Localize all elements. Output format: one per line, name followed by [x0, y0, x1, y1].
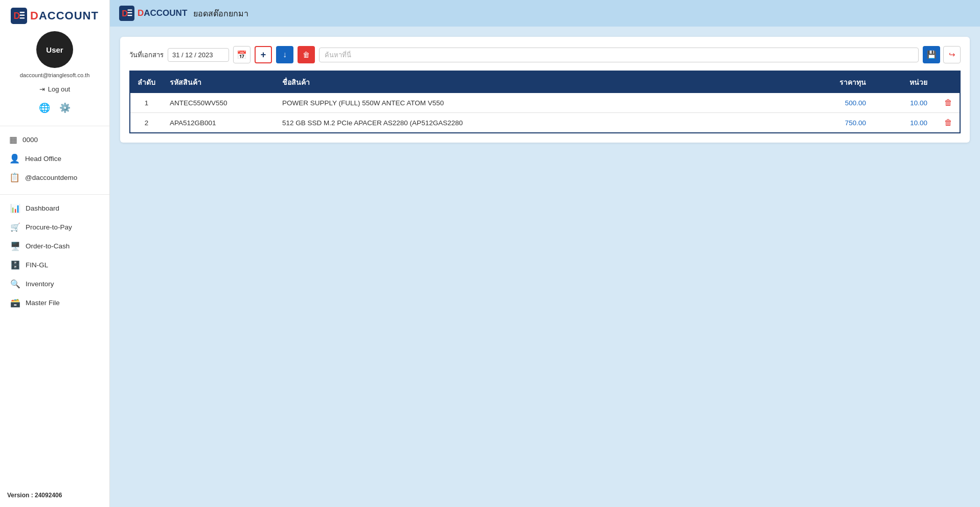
head-office-item: 👤 Head Office	[7, 149, 102, 168]
sidebar-item-fingl[interactable]: 🗄️ FIN-GL	[7, 256, 102, 274]
user-circle-icon: 👤	[9, 153, 20, 164]
cell-action: 🗑	[935, 93, 960, 113]
dashboard-icon: 📊	[10, 203, 20, 213]
order-icon: 🖥️	[10, 241, 20, 251]
cell-unit: 10.00	[873, 113, 935, 133]
inventory-icon: 🔍	[10, 279, 20, 289]
calendar-icon: 📅	[237, 50, 247, 60]
sidebar-item-dashboard[interactable]: 📊 Dashboard	[7, 199, 102, 218]
topbar-logo-text: DACCOUNT	[138, 8, 187, 18]
table-row: 2 APA512GB001 512 GB SSD M.2 PCIe APACER…	[130, 113, 960, 133]
table-body: 1 ANTEC550WV550 POWER SUPPLY (FULL) 550W…	[130, 93, 960, 133]
sidebar-logo-text: DACCOUNT	[30, 9, 99, 22]
cell-code: ANTEC550WV550	[163, 93, 275, 113]
trash-icon: 🗑	[303, 51, 310, 59]
sidebar: D DACCOUNT User daccount@trianglesoft.co…	[0, 0, 110, 507]
data-table: ลำดับ รหัสสินค้า ชื่อสินค้า ราคาทุน หน่ว…	[129, 71, 961, 133]
sidebar-item-order-label: Order-to-Cash	[26, 242, 70, 250]
cell-unit: 10.00	[873, 93, 935, 113]
calendar-button[interactable]: 📅	[233, 46, 250, 63]
svg-rect-4	[20, 17, 25, 18]
save-button[interactable]: 💾	[923, 46, 940, 63]
layout-icon: ▦	[9, 134, 17, 145]
cell-index: 2	[130, 113, 163, 133]
cell-index: 1	[130, 93, 163, 113]
document-icon: 📋	[9, 172, 20, 183]
version-label: Version : 24092406	[0, 487, 109, 507]
sidebar-logo-icon: D	[11, 8, 27, 24]
delete-row-button[interactable]: 🗑	[944, 98, 952, 107]
col-name: ชื่อสินค้า	[275, 71, 781, 93]
cell-name: POWER SUPPLY (FULL) 550W ANTEC ATOM V550	[275, 93, 781, 113]
account-demo-item: 📋 @daccountdemo	[7, 168, 102, 187]
logout-button[interactable]: ⇥ Log out	[34, 83, 75, 95]
svg-rect-7	[128, 10, 132, 11]
search-input[interactable]	[319, 48, 919, 62]
export-icon: ↪	[949, 50, 955, 59]
main-content: D DACCOUNT ยอดสต๊อกยกมา วันที่เอกสาร 📅 +	[110, 0, 980, 507]
main-card: วันที่เอกสาร 📅 + ↓ 🗑 💾	[120, 37, 970, 143]
avatar: User	[36, 31, 73, 68]
download-button[interactable]: ↓	[276, 46, 293, 63]
svg-rect-9	[128, 15, 132, 16]
svg-rect-2	[20, 12, 25, 13]
sidebar-item-inventory[interactable]: 🔍 Inventory	[7, 274, 102, 293]
logout-icon: ⇥	[39, 85, 45, 93]
delete-button[interactable]: 🗑	[298, 46, 315, 63]
topbar-logo: D DACCOUNT	[119, 6, 187, 21]
topbar-logo-icon: D	[119, 6, 134, 21]
divider-2	[0, 194, 109, 195]
sidebar-info-block: ▦ 0000 👤 Head Office 📋 @daccountdemo	[0, 130, 109, 187]
logout-label: Log out	[48, 85, 70, 93]
head-office-label: Head Office	[25, 155, 61, 163]
page-title: ยอดสต๊อกยกมา	[193, 7, 248, 20]
svg-rect-8	[128, 12, 132, 13]
sidebar-nav: 📊 Dashboard 🛒 Procure-to-Pay 🖥️ Order-to…	[0, 199, 109, 312]
divider-1	[0, 126, 109, 126]
cell-price: 750.00	[781, 113, 873, 133]
svg-text:D: D	[14, 11, 20, 21]
date-label: วันที่เอกสาร	[129, 50, 164, 60]
add-button[interactable]: +	[255, 46, 272, 63]
user-email: daccount@trianglesoft.co.th	[16, 72, 94, 78]
download-icon: ↓	[283, 50, 287, 59]
col-price: ราคาทุน	[781, 71, 873, 93]
sidebar-item-masterfile-label: Master File	[26, 299, 60, 307]
globe-button[interactable]: 🌐	[39, 102, 50, 113]
fingl-icon: 🗄️	[10, 260, 20, 270]
cell-action: 🗑	[935, 113, 960, 133]
table-header: ลำดับ รหัสสินค้า ชื่อสินค้า ราคาทุน หน่ว…	[130, 71, 960, 93]
sidebar-item-fingl-label: FIN-GL	[26, 261, 48, 269]
account-demo-label: @daccountdemo	[25, 174, 77, 181]
sidebar-item-procure-label: Procure-to-Pay	[26, 223, 72, 231]
sidebar-item-order[interactable]: 🖥️ Order-to-Cash	[7, 237, 102, 256]
col-action	[935, 71, 960, 93]
cell-price: 500.00	[781, 93, 873, 113]
sidebar-item-masterfile[interactable]: 🗃️ Master File	[7, 293, 102, 312]
settings-button[interactable]: ⚙️	[59, 102, 71, 113]
sidebar-item-dashboard-label: Dashboard	[26, 204, 59, 212]
sidebar-item-inventory-label: Inventory	[26, 280, 54, 288]
table-row: 1 ANTEC550WV550 POWER SUPPLY (FULL) 550W…	[130, 93, 960, 113]
delete-row-button[interactable]: 🗑	[944, 118, 952, 127]
svg-rect-3	[20, 15, 25, 16]
col-code: รหัสสินค้า	[163, 71, 275, 93]
toolbar: วันที่เอกสาร 📅 + ↓ 🗑 💾	[129, 46, 961, 63]
date-input[interactable]	[168, 48, 229, 62]
col-unit: หน่วย	[873, 71, 935, 93]
page-body: วันที่เอกสาร 📅 + ↓ 🗑 💾	[110, 27, 980, 507]
save-icon: 💾	[927, 50, 937, 59]
sidebar-logo: D DACCOUNT	[11, 8, 99, 24]
toolbar-right: 💾 ↪	[923, 46, 961, 63]
company-code-label: 0000	[22, 136, 38, 144]
sidebar-item-procure[interactable]: 🛒 Procure-to-Pay	[7, 218, 102, 237]
export-button[interactable]: ↪	[943, 46, 961, 63]
cell-name: 512 GB SSD M.2 PCIe APACER AS2280 (AP512…	[275, 113, 781, 133]
top-bar: D DACCOUNT ยอดสต๊อกยกมา	[110, 0, 980, 27]
masterfile-icon: 🗃️	[10, 298, 20, 308]
col-index: ลำดับ	[130, 71, 163, 93]
procure-icon: 🛒	[10, 222, 20, 232]
svg-text:D: D	[122, 9, 128, 18]
sidebar-icons-row: 🌐 ⚙️	[39, 102, 71, 113]
cell-code: APA512GB001	[163, 113, 275, 133]
